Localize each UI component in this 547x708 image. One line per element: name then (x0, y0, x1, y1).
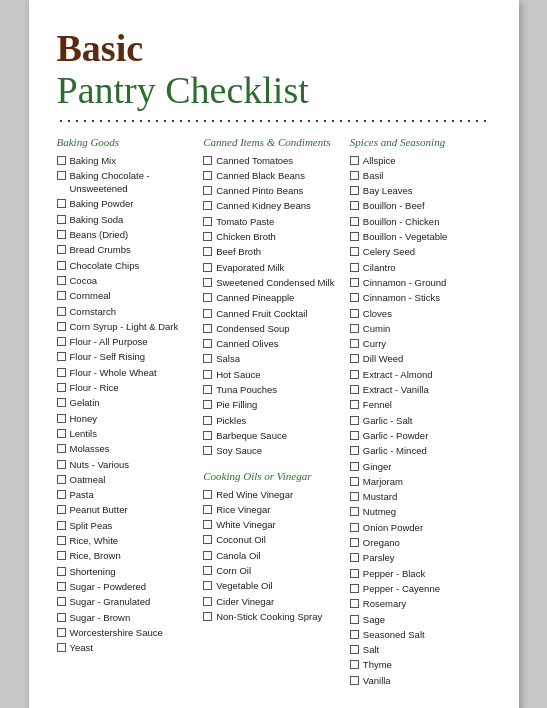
list-item[interactable]: Bouillon - Vegetable (350, 230, 491, 243)
checkbox[interactable] (57, 245, 66, 254)
checkbox[interactable] (57, 383, 66, 392)
list-item[interactable]: Basil (350, 169, 491, 182)
list-item[interactable]: Seasoned Salt (350, 628, 491, 641)
checkbox[interactable] (57, 261, 66, 270)
checkbox[interactable] (350, 462, 359, 471)
checkbox[interactable] (350, 584, 359, 593)
checkbox[interactable] (203, 370, 212, 379)
list-item[interactable]: Sweetened Condensed Milk (203, 276, 344, 289)
checkbox[interactable] (203, 597, 212, 606)
list-item[interactable]: Yeast (57, 641, 198, 654)
checkbox[interactable] (203, 278, 212, 287)
checkbox[interactable] (350, 247, 359, 256)
list-item[interactable]: Cinnamon - Ground (350, 276, 491, 289)
checkbox[interactable] (57, 490, 66, 499)
list-item[interactable]: Bouillon - Chicken (350, 215, 491, 228)
checkbox[interactable] (203, 339, 212, 348)
checkbox[interactable] (57, 613, 66, 622)
checkbox[interactable] (350, 309, 359, 318)
list-item[interactable]: Corn Syrup - Light & Dark (57, 320, 198, 333)
checkbox[interactable] (203, 232, 212, 241)
checkbox[interactable] (203, 400, 212, 409)
checkbox[interactable] (203, 612, 212, 621)
list-item[interactable]: Canned Black Beans (203, 169, 344, 182)
checkbox[interactable] (203, 490, 212, 499)
list-item[interactable]: Beef Broth (203, 245, 344, 258)
checkbox[interactable] (350, 324, 359, 333)
list-item[interactable]: Extract - Almond (350, 368, 491, 381)
list-item[interactable]: Pepper - Black (350, 567, 491, 580)
checkbox[interactable] (203, 309, 212, 318)
checkbox[interactable] (350, 492, 359, 501)
checkbox[interactable] (350, 156, 359, 165)
checkbox[interactable] (203, 354, 212, 363)
checkbox[interactable] (203, 324, 212, 333)
list-item[interactable]: Pasta (57, 488, 198, 501)
list-item[interactable]: Cumin (350, 322, 491, 335)
checkbox[interactable] (350, 507, 359, 516)
list-item[interactable]: Baking Mix (57, 154, 198, 167)
checkbox[interactable] (57, 521, 66, 530)
list-item[interactable]: Canned Pinto Beans (203, 184, 344, 197)
list-item[interactable]: Cinnamon - Sticks (350, 291, 491, 304)
list-item[interactable]: Salt (350, 643, 491, 656)
list-item[interactable]: Worcestershire Sauce (57, 626, 198, 639)
checkbox[interactable] (57, 414, 66, 423)
list-item[interactable]: Ginger (350, 460, 491, 473)
list-item[interactable]: Chocolate Chips (57, 259, 198, 272)
list-item[interactable]: Coconut Oil (203, 533, 344, 546)
list-item[interactable]: Canola Oil (203, 549, 344, 562)
list-item[interactable]: Onion Powder (350, 521, 491, 534)
list-item[interactable]: Chicken Broth (203, 230, 344, 243)
list-item[interactable]: Bay Leaves (350, 184, 491, 197)
checkbox[interactable] (203, 505, 212, 514)
list-item[interactable]: Rice, White (57, 534, 198, 547)
checkbox[interactable] (350, 354, 359, 363)
checkbox[interactable] (203, 446, 212, 455)
checkbox[interactable] (57, 368, 66, 377)
list-item[interactable]: Pepper - Cayenne (350, 582, 491, 595)
checkbox[interactable] (350, 201, 359, 210)
checkbox[interactable] (57, 291, 66, 300)
checkbox[interactable] (57, 460, 66, 469)
list-item[interactable]: Gelatin (57, 396, 198, 409)
checkbox[interactable] (350, 339, 359, 348)
checkbox[interactable] (57, 352, 66, 361)
checkbox[interactable] (350, 400, 359, 409)
checkbox[interactable] (57, 597, 66, 606)
checkbox[interactable] (350, 263, 359, 272)
list-item[interactable]: Hot Sauce (203, 368, 344, 381)
checkbox[interactable] (57, 505, 66, 514)
list-item[interactable]: Peanut Butter (57, 503, 198, 516)
list-item[interactable]: Allspice (350, 154, 491, 167)
list-item[interactable]: Garlic - Powder (350, 429, 491, 442)
list-item[interactable]: Cilantro (350, 261, 491, 274)
checkbox[interactable] (350, 630, 359, 639)
list-item[interactable]: Pie Filling (203, 398, 344, 411)
list-item[interactable]: Baking Chocolate - Unsweetened (57, 169, 198, 196)
list-item[interactable]: Sugar - Powdered (57, 580, 198, 593)
list-item[interactable]: Dill Weed (350, 352, 491, 365)
checkbox[interactable] (350, 278, 359, 287)
checkbox[interactable] (57, 156, 66, 165)
list-item[interactable]: Canned Tomatoes (203, 154, 344, 167)
list-item[interactable]: Parsley (350, 551, 491, 564)
checkbox[interactable] (350, 217, 359, 226)
list-item[interactable]: Soy Sauce (203, 444, 344, 457)
checkbox[interactable] (350, 615, 359, 624)
checkbox[interactable] (350, 293, 359, 302)
list-item[interactable]: Baking Powder (57, 197, 198, 210)
list-item[interactable]: Cider Vinegar (203, 595, 344, 608)
checkbox[interactable] (203, 156, 212, 165)
checkbox[interactable] (350, 370, 359, 379)
list-item[interactable]: Corn Oil (203, 564, 344, 577)
checkbox[interactable] (203, 535, 212, 544)
checkbox[interactable] (57, 307, 66, 316)
list-item[interactable]: Flour - Rice (57, 381, 198, 394)
list-item[interactable]: Oatmeal (57, 473, 198, 486)
checkbox[interactable] (203, 247, 212, 256)
list-item[interactable]: Canned Pineapple (203, 291, 344, 304)
checkbox[interactable] (350, 599, 359, 608)
checkbox[interactable] (57, 230, 66, 239)
checkbox[interactable] (57, 628, 66, 637)
